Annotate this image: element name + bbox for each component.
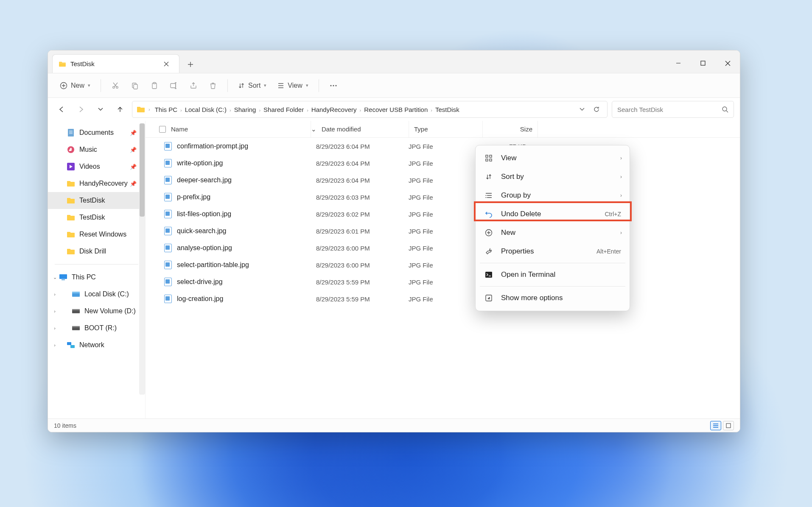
sort-button[interactable]: Sort ▾ <box>234 78 271 94</box>
breadcrumb-segment[interactable]: Local Disk (C:) <box>184 105 228 114</box>
svg-point-10 <box>333 85 334 86</box>
rename-button[interactable] <box>165 78 182 94</box>
sidebar-item-reset windows[interactable]: Reset Windows <box>48 226 145 243</box>
new-label: New <box>71 82 84 89</box>
file-type: JPG File <box>403 228 477 235</box>
file-row[interactable]: p-prefix.jpg 8/29/2023 6:03 PM JPG File <box>146 189 740 206</box>
file-type: JPG File <box>403 177 477 184</box>
sidebar-drive[interactable]: › BOOT (R:) <box>48 320 145 337</box>
sidebar-item-music[interactable]: Music 📌 <box>48 141 145 158</box>
ctx-properties[interactable]: Properties Alt+Enter <box>476 242 630 261</box>
arrow-up-icon <box>117 106 123 113</box>
paste-icon <box>151 82 158 89</box>
details-view-button[interactable] <box>710 421 721 430</box>
file-type: JPG File <box>403 295 477 303</box>
breadcrumb-segment[interactable]: Shared Folder <box>262 105 305 114</box>
sidebar-item-videos[interactable]: Videos 📌 <box>48 158 145 175</box>
file-row[interactable]: select-drive.jpg 8/29/2023 5:59 PM JPG F… <box>146 273 740 290</box>
new-icon <box>60 82 67 89</box>
drive-icon <box>72 307 80 315</box>
tab-testdisk[interactable]: TestDisk <box>52 54 179 73</box>
file-row[interactable]: write-option.jpg 8/29/2023 6:04 PM JPG F… <box>146 155 740 172</box>
breadcrumb-segment[interactable]: Sharing <box>233 105 258 114</box>
share-button[interactable] <box>185 78 202 94</box>
breadcrumb-segment[interactable]: HandyRecovery <box>310 105 358 114</box>
svg-rect-7 <box>154 82 156 84</box>
column-date[interactable]: Date modified <box>316 121 409 137</box>
copy-button[interactable] <box>126 78 143 94</box>
ctx-undo delete[interactable]: Undo Delete Ctrl+Z <box>476 205 630 223</box>
pin-icon: 📌 <box>130 164 137 170</box>
cut-button[interactable] <box>107 78 124 94</box>
drive-icon <box>72 324 80 332</box>
file-row[interactable]: list-files-option.jpg 8/29/2023 6:02 PM … <box>146 206 740 223</box>
ctx-new[interactable]: New › <box>476 223 630 242</box>
breadcrumb-segment[interactable]: TestDisk <box>434 105 461 114</box>
paste-button[interactable] <box>146 78 163 94</box>
file-date: 8/29/2023 5:59 PM <box>311 295 403 303</box>
image-file-icon <box>164 295 172 303</box>
sidebar-item-disk drill[interactable]: Disk Drill <box>48 243 145 260</box>
file-row[interactable]: confirmation-prompt.jpg 8/29/2023 6:04 P… <box>146 138 740 155</box>
delete-button[interactable] <box>204 78 221 94</box>
file-name: list-files-option.jpg <box>177 210 231 218</box>
new-tab-button[interactable] <box>182 56 199 73</box>
svg-point-11 <box>335 85 336 86</box>
file-row[interactable]: select-partition-table.jpg 8/29/2023 6:0… <box>146 256 740 273</box>
pin-icon: 📌 <box>130 181 137 187</box>
file-row[interactable]: quick-search.jpg 8/29/2023 6:01 PM JPG F… <box>146 223 740 240</box>
file-type: JPG File <box>403 211 477 218</box>
large-icons-view-button[interactable] <box>723 421 734 430</box>
tab-close-button[interactable] <box>160 58 172 70</box>
file-row[interactable]: analyse-option.jpg 8/29/2023 6:00 PM JPG… <box>146 240 740 256</box>
search-box[interactable] <box>612 101 734 118</box>
address-bar[interactable]: › This PC›Local Disk (C:)›Sharing›Shared… <box>132 101 608 118</box>
up-button[interactable] <box>112 102 128 117</box>
chevron-right-icon: › <box>620 192 622 198</box>
plus-icon <box>188 61 193 67</box>
sidebar-item-testdisk[interactable]: TestDisk <box>48 192 145 209</box>
file-name: select-partition-table.jpg <box>177 261 249 269</box>
back-button[interactable] <box>54 102 69 117</box>
ctx-show more options[interactable]: Show more options <box>476 289 630 307</box>
view-button[interactable]: View ▾ <box>273 78 312 94</box>
ctx-view[interactable]: View › <box>476 149 630 167</box>
column-name[interactable]: Name <box>146 121 311 137</box>
sidebar-scrollbar-thumb[interactable] <box>140 123 145 217</box>
select-all-checkbox[interactable] <box>159 126 166 133</box>
sidebar-item-documents[interactable]: Documents 📌 <box>48 124 145 141</box>
column-size[interactable]: Size <box>483 121 538 137</box>
close-window-button[interactable] <box>715 53 740 73</box>
breadcrumb-segment[interactable]: Recover USB Partition <box>363 105 429 114</box>
new-button[interactable]: New ▾ <box>56 78 95 94</box>
forward-button[interactable] <box>73 102 89 117</box>
sidebar-this-pc[interactable]: ⌄ This PC <box>48 269 145 286</box>
more-icon <box>330 84 337 87</box>
sidebar-item-label: This PC <box>72 273 96 281</box>
maximize-button[interactable] <box>691 53 715 73</box>
sidebar-drive[interactable]: › Local Disk (C:) <box>48 286 145 303</box>
sidebar-item-testdisk[interactable]: TestDisk <box>48 209 145 226</box>
refresh-button[interactable] <box>590 103 603 116</box>
sidebar-network[interactable]: › Network <box>48 337 145 354</box>
image-file-icon <box>164 176 172 184</box>
column-headers: Name ⌄ Date modified Type Size <box>146 121 740 138</box>
column-type[interactable]: Type <box>409 121 483 137</box>
ctx-item-label: Group by <box>501 191 531 200</box>
search-input[interactable] <box>617 106 718 113</box>
breadcrumb-segment[interactable]: This PC <box>154 105 179 114</box>
address-history-button[interactable] <box>576 103 588 116</box>
ctx-group by[interactable]: Group by › <box>476 186 630 205</box>
image-file-icon <box>164 142 172 150</box>
sidebar-item-handyrecovery[interactable]: HandyRecovery 📌 <box>48 175 145 192</box>
recent-button[interactable] <box>93 102 108 117</box>
file-row[interactable]: log-creation.jpg 8/29/2023 5:59 PM JPG F… <box>146 290 740 307</box>
ctx-open in terminal[interactable]: Open in Terminal <box>476 265 630 284</box>
more-button[interactable] <box>325 78 342 94</box>
more-icon <box>484 293 493 303</box>
minimize-button[interactable] <box>666 53 691 73</box>
sidebar-drive[interactable]: › New Volume (D:) <box>48 303 145 320</box>
file-row[interactable]: deeper-search.jpg 8/29/2023 6:04 PM JPG … <box>146 172 740 189</box>
file-name: log-creation.jpg <box>177 295 223 303</box>
ctx-sort by[interactable]: Sort by › <box>476 167 630 186</box>
